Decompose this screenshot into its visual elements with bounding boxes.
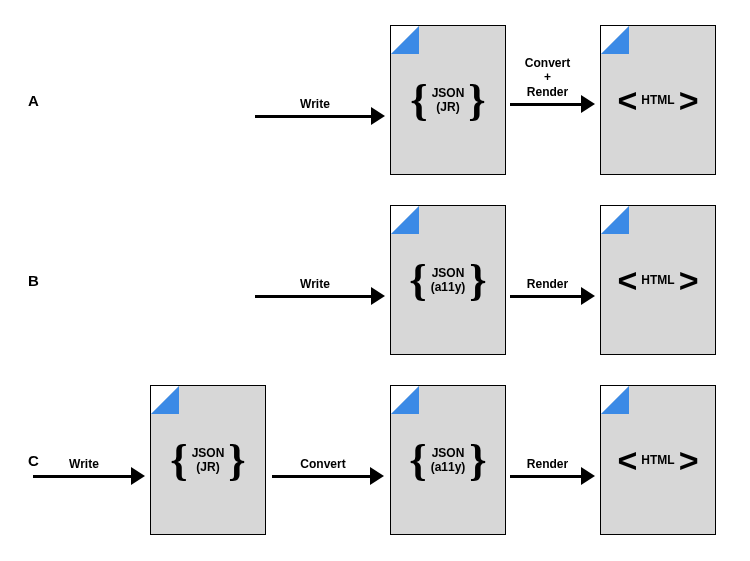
document-html-c: < HTML > [600,385,716,535]
arrow-head-icon [581,95,595,113]
arrow-convert-c: Convert [272,445,384,485]
brace-close-icon: } [228,435,245,486]
angle-close-icon: > [679,81,699,120]
angle-close-icon: > [679,441,699,480]
angle-close-icon: > [679,261,699,300]
brace-open-icon: { [409,435,426,486]
document-label: JSON (a11y) [431,446,466,475]
pipeline-row-c: C Write { JSON (JR) } Convert { JSON (a1… [0,385,750,535]
brace-open-icon: { [410,75,427,126]
arrow-head-icon [370,467,384,485]
document-json-a11y-c: { JSON (a11y) } [390,385,506,535]
arrow-line-icon [33,475,133,478]
arrow-label: Write [255,277,375,291]
angle-open-icon: < [617,441,637,480]
brace-close-icon: } [468,75,485,126]
arrow-label: Convert [272,457,374,471]
arrow-label: Write [33,457,135,471]
arrow-convert-render-a: Convert + Render [510,73,595,113]
arrow-label: Render [510,277,585,291]
document-html-b: < HTML > [600,205,716,355]
arrow-head-icon [581,467,595,485]
angle-open-icon: < [617,261,637,300]
arrow-line-icon [510,103,583,106]
document-json-jr-a: { JSON (JR) } [390,25,506,175]
row-label-b: B [28,272,39,289]
arrow-line-icon [255,295,373,298]
document-label: HTML [641,453,674,467]
brace-open-icon: { [170,435,187,486]
arrow-head-icon [371,287,385,305]
document-label: HTML [641,93,674,107]
brace-close-icon: } [469,435,486,486]
arrow-line-icon [510,475,583,478]
arrow-render-b: Render [510,265,595,305]
document-label: JSON (JR) [432,86,465,115]
document-json-jr-c: { JSON (JR) } [150,385,266,535]
arrow-label: Render [510,457,585,471]
arrow-render-c: Render [510,445,595,485]
angle-open-icon: < [617,81,637,120]
arrow-line-icon [255,115,373,118]
document-json-a11y-b: { JSON (a11y) } [390,205,506,355]
arrow-write-b: Write [255,265,385,305]
arrow-label: Write [255,97,375,111]
document-label: JSON (JR) [192,446,225,475]
arrow-label: Convert + Render [510,56,585,99]
arrow-head-icon [131,467,145,485]
pipeline-row-b: B Write { JSON (a11y) } Render < HTML > [0,205,750,355]
arrow-head-icon [371,107,385,125]
pipeline-row-a: A Write { JSON (JR) } Convert + Render <… [0,25,750,175]
document-label: JSON (a11y) [431,266,466,295]
arrow-write-a: Write [255,85,385,125]
arrow-line-icon [510,295,583,298]
document-label: HTML [641,273,674,287]
row-label-a: A [28,92,39,109]
arrow-head-icon [581,287,595,305]
document-html-a: < HTML > [600,25,716,175]
brace-close-icon: } [469,255,486,306]
arrow-write-c: Write [33,445,145,485]
brace-open-icon: { [409,255,426,306]
arrow-line-icon [272,475,372,478]
